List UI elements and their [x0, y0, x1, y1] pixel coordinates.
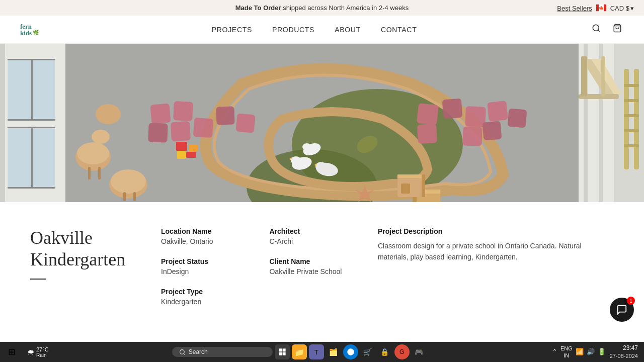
project-details-col: Location Name Oakville, Ontario Architec… — [161, 227, 358, 306]
announcement-rest: shipped across North America in 2-4 week… — [283, 4, 409, 12]
description-col: Project Description Classroom design for… — [378, 227, 614, 306]
svg-point-58 — [291, 156, 301, 164]
architect-item: Architect C-Archi — [269, 227, 357, 245]
type-item: Project Type Kindergarten — [161, 288, 249, 306]
site-header: fern kids 🌿 PROJECTS PRODUCTS ABOUT CONT… — [0, 16, 644, 44]
title-divider — [30, 279, 46, 280]
chat-badge: 1 — [627, 297, 635, 305]
cart-button[interactable] — [611, 22, 624, 37]
svg-point-50 — [111, 169, 146, 194]
desc-label: Project Description — [378, 227, 614, 235]
desc-text: Classroom design for a private school in… — [378, 240, 614, 263]
svg-rect-36 — [193, 118, 214, 138]
svg-point-62 — [302, 143, 311, 150]
svg-rect-12 — [8, 119, 55, 121]
svg-rect-75 — [624, 99, 639, 102]
canada-flag-icon: 🍁 — [596, 5, 606, 12]
search-button[interactable] — [590, 22, 603, 37]
svg-rect-16 — [8, 187, 55, 189]
svg-rect-13 — [31, 59, 33, 119]
hero-illustration — [0, 44, 644, 202]
svg-rect-17 — [31, 127, 33, 187]
svg-rect-31 — [186, 152, 196, 158]
svg-rect-70 — [581, 56, 587, 97]
project-title: Oakville Kindergarten — [30, 227, 141, 270]
svg-rect-45 — [462, 126, 482, 146]
cart-icon — [613, 24, 622, 33]
chat-icon — [616, 304, 627, 315]
nav-list: PROJECTS PRODUCTS ABOUT CONTACT — [212, 25, 417, 34]
svg-rect-29 — [189, 144, 198, 151]
svg-rect-39 — [417, 103, 439, 125]
svg-rect-55 — [123, 192, 126, 201]
svg-text:🍁: 🍁 — [599, 6, 604, 11]
architect-value: C-Archi — [269, 237, 357, 245]
currency-selector[interactable]: CAD $ ▾ — [610, 4, 634, 12]
svg-rect-44 — [417, 124, 437, 144]
svg-rect-67 — [422, 174, 425, 197]
svg-point-52 — [92, 130, 110, 144]
svg-rect-68 — [401, 184, 410, 194]
location-value: Oakville, Ontario — [161, 237, 249, 245]
svg-rect-35 — [171, 121, 191, 141]
nav-item-contact[interactable]: CONTACT — [381, 25, 417, 34]
svg-rect-43 — [507, 108, 527, 128]
svg-point-51 — [96, 104, 121, 124]
svg-rect-66 — [397, 174, 423, 178]
status-value: InDesign — [161, 267, 249, 276]
svg-rect-76 — [624, 114, 639, 117]
logo-kids: kids 🌿 — [20, 30, 39, 36]
search-icon — [592, 24, 601, 33]
svg-point-4 — [593, 25, 599, 31]
project-title-col: Oakville Kindergarten — [30, 227, 141, 306]
best-sellers-link[interactable]: Best Sellers — [557, 4, 592, 12]
announcement-bold: Made To Order — [235, 4, 281, 12]
nav-item-products[interactable]: PRODUCTS — [272, 25, 314, 34]
nav-link-contact[interactable]: CONTACT — [381, 26, 417, 34]
svg-rect-54 — [98, 167, 101, 179]
svg-rect-53 — [88, 167, 91, 179]
main-nav: PROJECTS PRODUCTS ABOUT CONTACT — [212, 25, 417, 34]
client-label: Client Name — [269, 257, 357, 265]
svg-rect-38 — [235, 113, 255, 133]
type-value: Kindergarten — [161, 298, 249, 306]
header-icons — [590, 22, 624, 37]
logo[interactable]: fern kids 🌿 — [20, 23, 39, 36]
chevron-down-icon: ▾ — [630, 4, 634, 12]
project-content: Oakville Kindergarten Location Name Oakv… — [0, 202, 644, 331]
hero-section — [0, 44, 644, 202]
location-item: Location Name Oakville, Ontario — [161, 227, 249, 245]
svg-rect-37 — [216, 106, 234, 125]
svg-rect-40 — [442, 99, 463, 119]
svg-rect-9 — [0, 44, 5, 202]
svg-rect-2 — [604, 5, 606, 12]
architect-label: Architect — [269, 227, 357, 235]
location-label: Location Name — [161, 227, 249, 235]
nav-link-products[interactable]: PRODUCTS — [272, 26, 314, 34]
nav-link-about[interactable]: ABOUT — [335, 26, 361, 34]
svg-rect-56 — [133, 192, 136, 201]
svg-rect-74 — [624, 84, 639, 87]
svg-rect-28 — [176, 142, 187, 151]
nav-item-about[interactable]: ABOUT — [335, 25, 361, 34]
svg-rect-46 — [482, 121, 502, 140]
logo-fern: fern — [20, 23, 39, 30]
currency-value: CAD $ — [610, 4, 629, 12]
header-right-section: Best Sellers 🍁 CAD $ ▾ — [557, 4, 634, 12]
svg-rect-77 — [624, 129, 639, 132]
svg-rect-33 — [173, 101, 193, 121]
status-label: Project Status — [161, 257, 249, 265]
nav-link-projects[interactable]: PROJECTS — [212, 26, 252, 34]
announcement-text: Made To Order shipped across North Ameri… — [235, 4, 409, 12]
nav-item-projects[interactable]: PROJECTS — [212, 25, 252, 34]
svg-rect-71 — [601, 56, 605, 97]
svg-rect-34 — [148, 123, 168, 142]
announcement-bar: Made To Order shipped across North Ameri… — [0, 0, 644, 16]
type-label: Project Type — [161, 288, 249, 296]
status-item: Project Status InDesign — [161, 257, 249, 276]
svg-point-60 — [315, 162, 327, 171]
logo-leaf-icon: 🌿 — [33, 30, 39, 35]
svg-rect-78 — [624, 144, 639, 147]
chat-widget[interactable]: 1 — [610, 298, 634, 322]
svg-rect-30 — [177, 151, 186, 159]
